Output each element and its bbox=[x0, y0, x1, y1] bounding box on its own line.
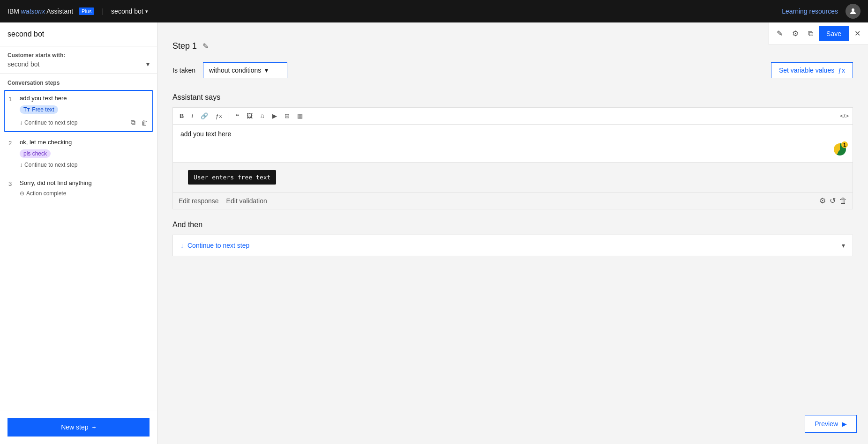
is-taken-label: Is taken bbox=[172, 67, 195, 74]
set-variable-button[interactable]: Set variable values ƒx bbox=[771, 62, 853, 78]
plus-icon: + bbox=[92, 423, 96, 431]
source-button[interactable]: </> bbox=[840, 112, 849, 119]
video-button[interactable]: ▶ bbox=[269, 111, 280, 121]
editor-area[interactable]: add you text here 1 bbox=[173, 125, 853, 162]
customer-starts-label: Customer starts with: bbox=[7, 52, 150, 59]
step-text-2: ok, let me checking bbox=[20, 139, 149, 146]
brand-styled: watsonx bbox=[21, 7, 45, 15]
learning-resources-link[interactable]: Learning resources bbox=[782, 7, 838, 15]
action-complete-3: ⊙ Action complete bbox=[20, 190, 149, 197]
editor-container: B I 🔗 ƒx ❝ 🖼 ♫ ▶ ⊞ ▦ </> add you text he… bbox=[172, 107, 853, 163]
continue-next-step-label: Continue to next step bbox=[187, 242, 249, 249]
step-badge-2: pls check bbox=[20, 149, 51, 158]
chevron-down-icon: ▾ bbox=[842, 242, 845, 249]
bot-name-nav[interactable]: second bot bbox=[111, 7, 148, 15]
step-actions-1: ⧉ 🗑 bbox=[130, 118, 149, 127]
new-step-label: New step bbox=[61, 423, 88, 431]
step-item-2[interactable]: 2 ok, let me checking pls check ↓ Contin… bbox=[4, 134, 153, 173]
continue-next-step-left: ↓ Continue to next step bbox=[180, 242, 249, 249]
chevron-down-icon: ▾ bbox=[146, 60, 150, 68]
new-step-button[interactable]: New step + bbox=[7, 418, 150, 437]
is-taken-row: Is taken without conditions ▾ Set variab… bbox=[172, 62, 853, 78]
edit-validation-link[interactable]: Edit validation bbox=[226, 197, 267, 205]
step-number-2: 2 bbox=[8, 139, 16, 147]
copy-step-1-button[interactable]: ⧉ bbox=[130, 118, 136, 127]
close-icon: ✕ bbox=[854, 29, 861, 38]
quote-button[interactable]: ❝ bbox=[233, 111, 242, 121]
edit-toolbar-button[interactable]: ✎ bbox=[773, 25, 786, 42]
badge-label-1: Free text bbox=[32, 106, 54, 113]
and-then-section: And then ↓ Continue to next step ▾ bbox=[172, 221, 853, 256]
badge-icon-1: Tᴛ bbox=[23, 106, 30, 113]
nav-right: Learning resources bbox=[782, 4, 861, 19]
preview-icon: ⧉ bbox=[808, 30, 813, 38]
step-list: 1 add you text here Tᴛ Free text ↓ Conti… bbox=[0, 90, 157, 410]
step-text-3: Sorry, did not find anything bbox=[20, 179, 149, 186]
sidebar: second bot Customer starts with: second … bbox=[0, 22, 157, 444]
customer-starts-section: Customer starts with: second bot ▾ bbox=[0, 46, 157, 74]
fx-editor-button[interactable]: ƒx bbox=[213, 111, 225, 121]
response-delete-button[interactable]: 🗑 bbox=[839, 196, 847, 205]
response-icons: ⚙ ↺ 🗑 bbox=[819, 196, 847, 205]
response-refresh-button[interactable]: ↺ bbox=[830, 196, 836, 205]
step-footer-2: ↓ Continue to next step bbox=[20, 162, 149, 168]
arrow-down-icon: ↓ bbox=[180, 242, 184, 249]
close-button[interactable]: ✕ bbox=[851, 25, 864, 42]
condition-dropdown[interactable]: without conditions ▾ bbox=[203, 62, 287, 78]
step-title: Step 1 bbox=[172, 41, 197, 51]
check-icon-3: ⊙ bbox=[20, 190, 24, 197]
step-item-3[interactable]: 3 Sorry, did not find anything ⊙ Action … bbox=[4, 175, 153, 201]
nav-left: IBM watsonx Assistant Plus | second bot bbox=[7, 7, 148, 15]
step-continue-2: ↓ Continue to next step bbox=[20, 162, 77, 168]
save-button[interactable]: Save bbox=[819, 26, 849, 41]
brand-name: IBM watsonx Assistant bbox=[7, 7, 73, 15]
preview-label: Preview bbox=[815, 420, 838, 428]
set-variable-label: Set variable values bbox=[779, 67, 834, 74]
step-continue-1: ↓ Continue to next step bbox=[20, 119, 77, 126]
play-icon: ▶ bbox=[842, 420, 847, 428]
customer-starts-value[interactable]: second bot ▾ bbox=[7, 60, 150, 68]
arrow-down-icon-2: ↓ bbox=[20, 162, 22, 168]
continue-next-step[interactable]: ↓ Continue to next step ▾ bbox=[172, 235, 853, 256]
step-edit-icon[interactable]: ✎ bbox=[202, 42, 209, 51]
editor-toolbar: B I 🔗 ƒx ❝ 🖼 ♫ ▶ ⊞ ▦ </> bbox=[173, 108, 853, 125]
edit-icon: ✎ bbox=[777, 29, 783, 38]
step-text-1: add you text here bbox=[20, 95, 149, 102]
step-header: Step 1 ✎ bbox=[172, 41, 853, 51]
user-avatar-nav[interactable] bbox=[846, 4, 861, 19]
preview-toolbar-button[interactable]: ⧉ bbox=[804, 26, 817, 42]
step-footer-1: ↓ Continue to next step ⧉ 🗑 bbox=[20, 118, 149, 127]
step-content-3: Sorry, did not find anything ⊙ Action co… bbox=[20, 179, 149, 197]
preview-button[interactable]: Preview ▶ bbox=[805, 415, 857, 433]
audio-button[interactable]: ♫ bbox=[257, 111, 268, 121]
assistant-says-title: Assistant says bbox=[172, 93, 853, 102]
customer-starts-text: second bot bbox=[7, 60, 40, 68]
gear-icon: ⚙ bbox=[792, 29, 799, 38]
badge-label-2: pls check bbox=[23, 150, 47, 157]
step-item-1[interactable]: 1 add you text here Tᴛ Free text ↓ Conti… bbox=[4, 90, 153, 132]
bold-button[interactable]: B bbox=[177, 111, 187, 121]
response-settings-button[interactable]: ⚙ bbox=[819, 196, 826, 205]
step-content-2: ok, let me checking pls check ↓ Continue… bbox=[20, 139, 149, 168]
user-avatar-editor: 1 bbox=[834, 143, 849, 158]
step-number-3: 3 bbox=[8, 179, 16, 187]
image-button[interactable]: 🖼 bbox=[244, 111, 255, 121]
response-section: User enters free text Edit response Edit… bbox=[172, 163, 853, 209]
italic-button[interactable]: I bbox=[188, 111, 196, 121]
arrow-down-icon-1: ↓ bbox=[20, 119, 22, 126]
edit-response-link[interactable]: Edit response bbox=[179, 197, 219, 205]
svg-point-0 bbox=[852, 8, 854, 11]
chart-button[interactable]: ▦ bbox=[294, 111, 306, 121]
step-number-1: 1 bbox=[8, 95, 16, 103]
sidebar-title: second bot bbox=[7, 30, 150, 38]
settings-toolbar-button[interactable]: ⚙ bbox=[788, 25, 802, 42]
link-button[interactable]: 🔗 bbox=[198, 111, 211, 121]
chevron-down-icon: ▾ bbox=[265, 67, 268, 74]
widget-button[interactable]: ⊞ bbox=[282, 111, 292, 121]
delete-step-1-button[interactable]: 🗑 bbox=[140, 118, 149, 127]
step-content-1: add you text here Tᴛ Free text ↓ Continu… bbox=[20, 95, 149, 127]
conversation-steps-label: Conversation steps bbox=[0, 74, 157, 90]
action-complete-label-3: Action complete bbox=[26, 190, 66, 197]
top-navigation: IBM watsonx Assistant Plus | second bot … bbox=[0, 0, 868, 22]
sidebar-header: second bot bbox=[0, 22, 157, 46]
